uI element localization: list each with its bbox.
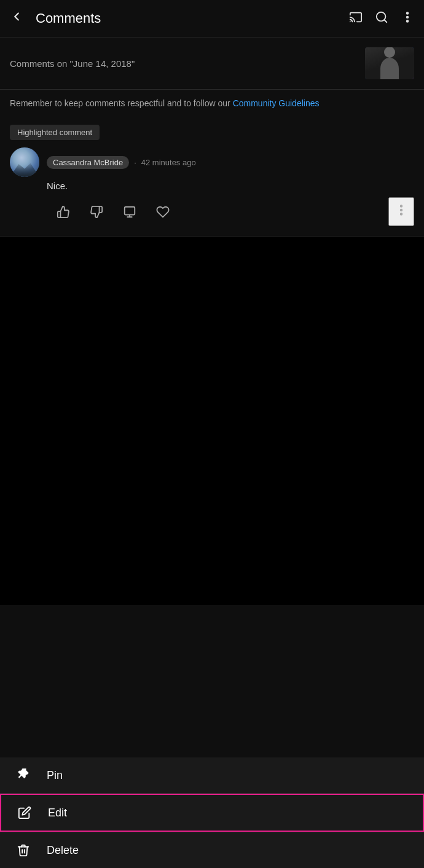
- delete-menu-item[interactable]: Delete: [0, 832, 424, 868]
- edit-menu-item[interactable]: Edit: [0, 794, 424, 832]
- search-icon[interactable]: [375, 10, 388, 27]
- comment-time: 42 minutes ago: [141, 158, 196, 167]
- pin-menu-item[interactable]: Pin: [0, 757, 424, 793]
- empty-area: [0, 237, 424, 605]
- delete-icon: [15, 843, 32, 857]
- comment-author: Cassandra McBride: [47, 156, 129, 169]
- svg-point-4: [407, 16, 408, 17]
- svg-point-11: [401, 213, 402, 214]
- guidelines-text: Remember to keep comments respectful and…: [10, 98, 319, 108]
- page-title: Comments: [36, 10, 349, 26]
- like-button[interactable]: [47, 200, 80, 224]
- comment-more-button[interactable]: [388, 197, 414, 226]
- comments-on-label: Comments on "June 14, 2018": [10, 58, 135, 69]
- back-button[interactable]: [10, 10, 23, 27]
- comment-item: Cassandra McBride · 42 minutes ago Nice.: [0, 147, 424, 236]
- bottom-menu: Pin Edit Delete: [0, 757, 424, 868]
- thumbnail-image: [365, 47, 414, 79]
- comments-meta-section: Comments on "June 14, 2018": [0, 37, 424, 89]
- guidelines-section: Remember to keep comments respectful and…: [0, 90, 424, 120]
- highlighted-badge-container: Highlighted comment: [0, 120, 424, 147]
- avatar: [10, 147, 39, 177]
- highlighted-badge: Highlighted comment: [10, 125, 100, 140]
- header: Comments: [0, 0, 424, 37]
- svg-point-9: [401, 205, 402, 206]
- comment-header: Cassandra McBride · 42 minutes ago: [10, 147, 414, 177]
- cast-icon[interactable]: [349, 10, 363, 27]
- avatar-image: [10, 147, 39, 177]
- header-actions: [349, 10, 414, 27]
- community-guidelines-link[interactable]: Community Guidelines: [233, 98, 320, 108]
- comment-text: Nice.: [47, 181, 414, 191]
- reply-button[interactable]: [113, 200, 146, 224]
- edit-icon: [16, 806, 33, 819]
- svg-point-10: [401, 209, 402, 211]
- comment-actions: [47, 197, 414, 236]
- svg-point-3: [407, 12, 408, 14]
- edit-label: Edit: [48, 807, 67, 819]
- pin-label: Pin: [47, 769, 63, 782]
- svg-line-2: [384, 20, 387, 22]
- pin-icon: [15, 768, 32, 782]
- heart-button[interactable]: [146, 200, 179, 224]
- delete-label: Delete: [47, 844, 79, 857]
- dislike-button[interactable]: [80, 200, 113, 224]
- svg-rect-6: [125, 206, 135, 214]
- comment-meta: Cassandra McBride · 42 minutes ago: [47, 156, 196, 169]
- comment-dot: ·: [134, 158, 136, 167]
- svg-point-5: [407, 20, 408, 22]
- more-vertical-icon[interactable]: [401, 10, 414, 27]
- video-thumbnail[interactable]: [365, 47, 414, 79]
